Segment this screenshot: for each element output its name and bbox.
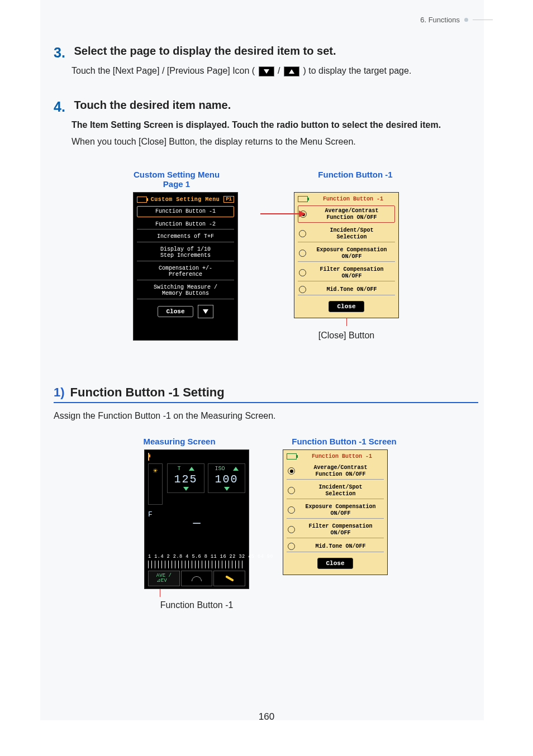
step-3-body: Touch the [Next Page] / [Previous Page] … <box>72 64 478 78</box>
option-label: Average/Contrast Function ON/OFF <box>310 208 393 221</box>
radio-icon[interactable] <box>288 487 295 494</box>
option-label: Mid.Tone ON/OFF <box>298 543 383 550</box>
menu-item-display-increments[interactable]: Display of 1/10 Step Increments <box>137 245 234 261</box>
iso-value: 100 <box>208 473 245 486</box>
step-4-bold: The Item Setting Screen is displayed. To… <box>72 118 478 132</box>
option-average-contrast[interactable]: Average/Contrast Function ON/OFF <box>287 463 384 480</box>
option-incident-spot[interactable]: Incident/Spot Selection <box>287 482 384 499</box>
dome-icon <box>192 576 202 581</box>
iso-control[interactable]: ISO 100 <box>208 463 245 493</box>
menu-item-switching-measure[interactable]: Switching Measure / Memory Buttons <box>137 283 234 299</box>
step-4: 4. Touch the desired item name. The Item… <box>54 99 478 149</box>
down-icon <box>224 487 230 491</box>
option-label: Incident/Spot Selection <box>298 484 383 497</box>
menu-item-increments-tf[interactable]: Increments of T+F <box>137 232 234 242</box>
captions-row-2: Measuring Screen Function Button -1 Scre… <box>54 437 478 446</box>
red-arrow-icon <box>260 213 305 214</box>
option-filter-compensation[interactable]: Filter Compensation ON/OFF <box>298 265 395 281</box>
close-button-label: [Close] Button <box>294 331 399 341</box>
option-exposure-compensation[interactable]: Exposure Compensation ON/OFF <box>298 245 395 262</box>
radio-icon[interactable] <box>299 269 306 276</box>
step-3: 3. Select the page to display the desire… <box>54 45 478 78</box>
section-title: Function Button -1 Setting <box>70 385 225 400</box>
option-mid-tone[interactable]: Mid.Tone ON/OFF <box>287 541 384 552</box>
option-label: Filter Compensation ON/OFF <box>310 266 394 279</box>
battery-icon <box>287 453 297 460</box>
option-incident-spot[interactable]: Incident/Spot Selection <box>298 226 395 242</box>
option-mid-tone[interactable]: Mid.Tone ON/OFF <box>298 284 395 295</box>
option-label: Exposure Compensation ON/OFF <box>298 504 383 516</box>
function-button-1[interactable]: AVE / ⊿EV <box>148 571 180 586</box>
step-3-body-after: ) to display the target page. <box>303 66 411 75</box>
radio-icon[interactable] <box>299 250 306 257</box>
up-icon <box>189 467 194 471</box>
previous-page-icon <box>284 66 299 76</box>
caption-custom-menu: Custom Setting Menu Page 1 <box>121 170 232 189</box>
function-panel-title: Function Button -1 <box>311 196 395 202</box>
caption-measuring-screen: Measuring Screen <box>123 437 235 446</box>
page-badge: P1 <box>223 196 234 203</box>
wrench-icon <box>225 575 234 581</box>
section-heading: 1) Function Button -1 Setting <box>54 385 478 403</box>
close-button[interactable]: Close <box>329 301 364 312</box>
chapter-label: 6. Functions <box>420 16 460 24</box>
battery-icon <box>298 196 308 202</box>
step-3-slash: / <box>278 66 283 75</box>
mode-sun-tile[interactable]: ☀ <box>148 463 163 505</box>
measuring-screen: ☀ T 125 ISO 100 <box>144 449 249 589</box>
option-exposure-compensation[interactable]: Exposure Compensation ON/OFF <box>287 502 384 519</box>
measuring-below-label: Function Button -1 <box>144 600 249 610</box>
aperture-scale: 1 1.4 2 2.8 4 5.6 8 11 16 22 32 45 64 90 <box>148 554 245 559</box>
step-4-title: Touch the desired item name. <box>74 99 231 111</box>
menu-item-function-button-1[interactable]: Function Button -1 <box>137 206 234 217</box>
radio-icon[interactable] <box>288 543 295 550</box>
ruler-icon <box>148 561 245 568</box>
dome-button[interactable] <box>181 571 213 586</box>
option-filter-compensation[interactable]: Filter Compensation ON/OFF <box>287 521 384 538</box>
next-page-button[interactable] <box>198 305 213 318</box>
sun-icon: ☀ <box>153 466 158 476</box>
radio-icon[interactable] <box>299 286 306 293</box>
option-label: Mid.Tone ON/OFF <box>310 286 394 293</box>
caption-function-button-screen: Function Button -1 Screen <box>280 437 408 446</box>
shutter-time-control[interactable]: T 125 <box>167 463 204 493</box>
section-number: 1) <box>54 385 65 400</box>
caption-function-button: Function Button -1 <box>299 170 411 189</box>
radio-icon[interactable] <box>288 467 295 475</box>
page-number: 160 <box>0 711 533 722</box>
tools-button[interactable] <box>213 571 245 586</box>
f-value-dash: — <box>148 516 245 530</box>
custom-menu-title: Custom Setting Menu <box>150 197 220 203</box>
page-header: 6. Functions <box>420 16 493 24</box>
menu-item-compensation-pref[interactable]: Compensation +/- Preference <box>137 264 234 280</box>
down-icon <box>183 487 189 491</box>
callout-line-icon <box>160 589 160 597</box>
screens-row-2: ☀ T 125 ISO 100 <box>54 449 478 610</box>
captions-row-1: Custom Setting Menu Page 1 Function Butt… <box>54 170 478 189</box>
menu-item-function-button-2[interactable]: Function Button -2 <box>137 219 234 230</box>
screens-row-1: Custom Setting Menu P1 Function Button -… <box>54 192 478 341</box>
function-button-panel-wrap: Function Button -1 Average/Contrast Func… <box>294 192 399 341</box>
custom-setting-menu-screen: Custom Setting Menu P1 Function Button -… <box>133 192 238 341</box>
up-icon <box>233 467 239 471</box>
t-value: 125 <box>168 473 204 486</box>
option-label: Incident/Spot Selection <box>310 227 394 240</box>
callout-line-icon <box>346 318 347 326</box>
radio-icon[interactable] <box>288 526 295 533</box>
step-3-title: Select the page to display the desired i… <box>74 45 336 57</box>
next-page-icon <box>259 66 274 76</box>
function-button-1-screen-2: Function Button -1 Average/Contrast Func… <box>283 449 388 575</box>
header-line-icon <box>473 20 493 20</box>
radio-icon[interactable] <box>299 230 306 237</box>
header-dot-icon <box>464 18 468 22</box>
close-button[interactable]: Close <box>317 558 353 569</box>
close-button[interactable]: Close <box>158 306 193 317</box>
measuring-column: ☀ T 125 ISO 100 <box>144 449 249 610</box>
option-average-contrast[interactable]: Average/Contrast Function ON/OFF <box>298 205 395 223</box>
battery-icon <box>137 197 147 203</box>
radio-icon[interactable] <box>288 506 295 514</box>
option-label: Filter Compensation ON/OFF <box>298 523 383 536</box>
step-4-body: When you touch [Close] Button, the displ… <box>72 135 478 149</box>
step-3-body-before: Touch the [Next Page] / [Previous Page] … <box>72 66 258 75</box>
option-label: Exposure Compensation ON/OFF <box>310 247 394 260</box>
